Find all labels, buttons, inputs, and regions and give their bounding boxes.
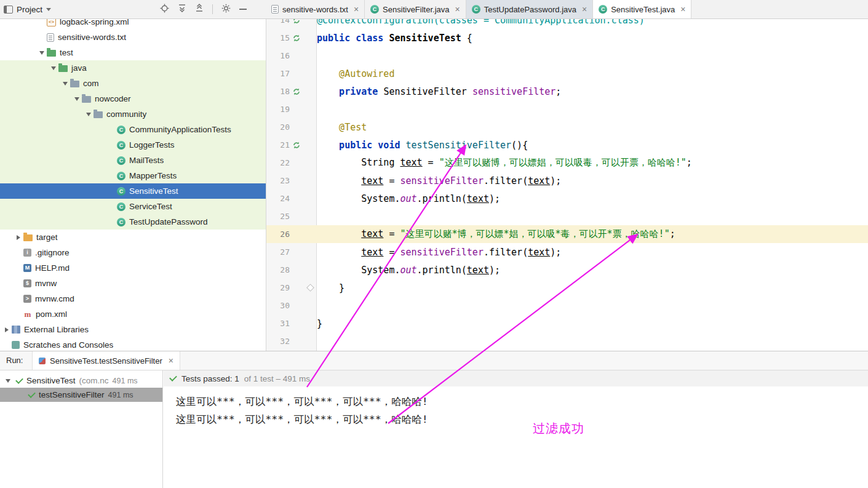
project-tree-item[interactable]: CommunityApplicationTests bbox=[0, 122, 266, 137]
test-tree-item[interactable]: testSensitiveFilter491 ms bbox=[0, 388, 162, 402]
folder-icon bbox=[82, 96, 91, 103]
hide-panel-icon[interactable] bbox=[239, 9, 247, 10]
run-tab[interactable]: SensitiveTest.testSensitiveFilter bbox=[32, 351, 180, 370]
project-tree-item[interactable]: com bbox=[0, 76, 266, 91]
class-icon bbox=[599, 5, 607, 14]
settings-gear-icon[interactable] bbox=[221, 4, 231, 15]
code-line[interactable]: 15public class SensitiveTest { bbox=[266, 29, 868, 47]
run-tab-close-icon[interactable] bbox=[169, 356, 173, 365]
collapse-all-icon[interactable] bbox=[195, 4, 204, 15]
line-number: 23 bbox=[266, 176, 290, 185]
code-line[interactable]: 25 bbox=[266, 207, 868, 225]
expand-all-icon[interactable] bbox=[178, 4, 186, 15]
test-name-label: testSensitiveFilter bbox=[39, 390, 105, 399]
editor-tab-sensitivefilter-java[interactable]: SensitiveFilter.java bbox=[365, 0, 466, 18]
class-icon bbox=[117, 218, 125, 226]
code-text: private SensitiveFilter sensitiveFilter; bbox=[317, 86, 561, 97]
run-test-icon[interactable] bbox=[290, 34, 303, 42]
code-line[interactable]: 26 text = "这里可以赌*博，可以嫖*娼，可以吸*毒，可以开*票，哈哈哈… bbox=[266, 225, 868, 243]
chevron-down-icon[interactable] bbox=[60, 82, 70, 86]
code-line[interactable]: 29 } bbox=[266, 279, 868, 297]
maven-file-icon bbox=[23, 310, 32, 319]
text-file-icon bbox=[47, 33, 54, 42]
line-number: 18 bbox=[266, 87, 290, 96]
code-line[interactable]: 27 text = sensitiveFilter.filter(text); bbox=[266, 243, 868, 261]
code-line[interactable]: 24 System.out.println(text); bbox=[266, 190, 868, 207]
tab-label: SensitiveFilter.java bbox=[383, 5, 449, 14]
project-tree-item[interactable]: pom.xml bbox=[0, 306, 266, 322]
line-number: 17 bbox=[266, 69, 290, 78]
project-tree-item[interactable]: target bbox=[0, 230, 266, 245]
chevron-down-icon[interactable] bbox=[71, 97, 82, 101]
project-tree-item[interactable]: External Libraries bbox=[0, 322, 266, 337]
test-passed-check-icon bbox=[28, 390, 36, 398]
code-line[interactable]: 21 public void testSensitiveFilter(){ bbox=[266, 136, 868, 154]
line-number: 14 bbox=[266, 19, 290, 25]
project-tree-item[interactable]: community bbox=[0, 106, 266, 122]
tree-item-label: .gitignore bbox=[35, 248, 70, 257]
code-editor[interactable]: 14@ContextConfiguration(classes = Commun… bbox=[266, 19, 868, 351]
editor-tab-testupdatepassword-java[interactable]: TestUpdatePassword.java bbox=[466, 0, 594, 18]
tab-close-icon[interactable] bbox=[680, 5, 685, 14]
code-line[interactable]: 31} bbox=[266, 314, 868, 332]
project-tree-item[interactable]: logback-spring.xml bbox=[0, 19, 266, 30]
tree-item-label: target bbox=[36, 233, 58, 242]
chevron-down-icon[interactable] bbox=[4, 379, 12, 383]
code-token: text bbox=[361, 247, 383, 258]
project-tree-item[interactable]: .gitignore bbox=[0, 245, 266, 260]
project-tree-item[interactable]: MapperTests bbox=[0, 168, 266, 183]
editor-tab-sensitivetest-java[interactable]: SensitiveTest.java bbox=[593, 0, 691, 18]
chevron-down-icon[interactable] bbox=[83, 113, 94, 116]
run-test-icon[interactable] bbox=[290, 88, 303, 95]
run-test-icon[interactable] bbox=[290, 19, 303, 24]
tab-close-icon[interactable] bbox=[582, 5, 587, 14]
code-line[interactable]: 30 bbox=[266, 297, 868, 314]
project-tree-item[interactable]: HELP.md bbox=[0, 260, 266, 276]
code-line[interactable]: 23 text = sensitiveFilter.filter(text); bbox=[266, 172, 868, 190]
line-number: 32 bbox=[266, 337, 290, 346]
project-tree-item[interactable]: ServiceTest bbox=[0, 199, 266, 214]
code-text: text = sensitiveFilter.filter(text); bbox=[317, 247, 561, 258]
code-line[interactable]: 20 @Test bbox=[266, 118, 868, 136]
code-line[interactable]: 28 System.out.println(text); bbox=[266, 261, 868, 279]
code-line[interactable]: 19 bbox=[266, 100, 868, 118]
code-token bbox=[317, 247, 361, 258]
ide-window: Project sensitive-words.txtSensitiveFilt… bbox=[0, 0, 868, 488]
code-line[interactable]: 16 bbox=[266, 47, 868, 65]
chevron-down-icon[interactable] bbox=[48, 66, 58, 70]
tab-close-icon[interactable] bbox=[455, 5, 460, 14]
editor-tab-sensitive-words-txt[interactable]: sensitive-words.txt bbox=[266, 0, 365, 18]
text-file-icon bbox=[271, 5, 279, 14]
chevron-right-icon[interactable] bbox=[1, 327, 12, 332]
tab-close-icon[interactable] bbox=[354, 5, 359, 14]
project-tree-item[interactable]: java bbox=[0, 60, 266, 76]
code-token: ); bbox=[550, 247, 561, 258]
code-line[interactable]: 17 @Autowired bbox=[266, 65, 868, 82]
project-tree-item[interactable]: TestUpdatePassword bbox=[0, 214, 266, 230]
test-tree-item[interactable]: SensitiveTest (com.nc491 ms bbox=[0, 374, 162, 388]
run-test-icon[interactable] bbox=[290, 142, 303, 149]
line-number: 31 bbox=[266, 319, 290, 328]
code-line[interactable]: 32 bbox=[266, 332, 868, 350]
project-tree-item[interactable]: LoggerTests bbox=[0, 137, 266, 153]
code-line[interactable]: 18 private SensitiveFilter sensitiveFilt… bbox=[266, 82, 868, 100]
code-line[interactable]: 22 String text = "这里可以赌博，可以嫖娼，可以吸毒，可以开票，… bbox=[266, 154, 868, 172]
project-tree-item[interactable]: mvnw.cmd bbox=[0, 291, 266, 306]
chevron-right-icon[interactable] bbox=[13, 235, 23, 240]
code-token: } bbox=[317, 282, 344, 294]
project-view-label: Project bbox=[17, 5, 42, 14]
project-tree-item[interactable]: mvnw bbox=[0, 276, 266, 291]
code-token: ; bbox=[670, 228, 675, 239]
project-view-selector[interactable]: Project bbox=[4, 0, 51, 18]
line-number: 29 bbox=[266, 283, 290, 292]
code-token: sensitiveFilter bbox=[400, 175, 483, 186]
project-tree-item[interactable]: SensitiveTest bbox=[0, 183, 266, 199]
code-line[interactable]: 14@ContextConfiguration(classes = Commun… bbox=[266, 19, 868, 29]
project-tree-item[interactable]: Scratches and Consoles bbox=[0, 337, 266, 351]
chevron-down-icon[interactable] bbox=[36, 51, 47, 55]
project-tree-item[interactable]: MailTests bbox=[0, 153, 266, 168]
locate-file-icon[interactable] bbox=[160, 4, 169, 15]
project-tree-item[interactable]: sensitive-words.txt bbox=[0, 30, 266, 45]
project-tree-item[interactable]: nowcoder bbox=[0, 91, 266, 106]
project-tree-item[interactable]: test bbox=[0, 45, 266, 60]
